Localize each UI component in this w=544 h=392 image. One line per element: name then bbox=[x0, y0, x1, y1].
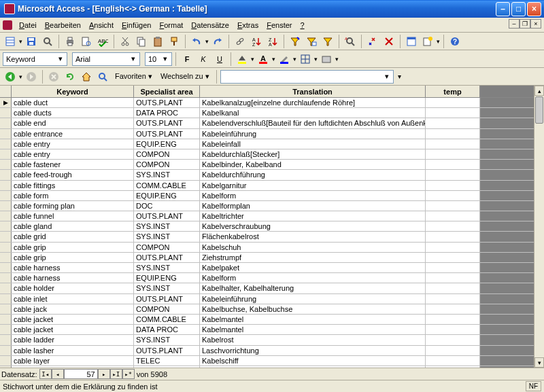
cell-spec[interactable]: OUTS.PLANT bbox=[134, 98, 200, 107]
menu-datensätze[interactable]: Datensätze bbox=[187, 20, 233, 31]
link-button[interactable] bbox=[233, 34, 248, 49]
chevron-down-icon[interactable]: ▾ bbox=[272, 56, 275, 63]
font-color-button[interactable]: A bbox=[256, 52, 271, 67]
table-row[interactable]: cable lasherOUTS.PLANTLaschvorrichtung bbox=[0, 346, 534, 356]
cell-temp[interactable] bbox=[426, 335, 480, 344]
menu-?[interactable]: ? bbox=[296, 20, 308, 31]
cell-spec[interactable]: COMPON bbox=[134, 149, 200, 159]
new-record-button[interactable]: ▸* bbox=[122, 369, 135, 379]
mdi-restore-button[interactable]: ❐ bbox=[520, 19, 530, 29]
cell-trans[interactable]: Kabeleinführung bbox=[200, 129, 426, 139]
cell-temp[interactable] bbox=[426, 108, 480, 118]
row-selector[interactable] bbox=[0, 294, 12, 304]
cell-trans[interactable]: Kabeleinführung bbox=[200, 294, 426, 304]
cell-spec[interactable]: EQUIP.ENG bbox=[134, 139, 200, 149]
row-selector[interactable] bbox=[0, 232, 12, 241]
cell-keyword[interactable]: cable layer bbox=[12, 356, 134, 366]
row-selector[interactable] bbox=[0, 118, 12, 128]
view-datasheet-button[interactable] bbox=[3, 34, 18, 49]
cell-spec[interactable]: COMPON bbox=[134, 243, 200, 252]
redo-button[interactable] bbox=[210, 34, 225, 49]
save-button[interactable] bbox=[24, 34, 39, 49]
scroll-up-button[interactable]: ▴ bbox=[534, 86, 544, 96]
table-row[interactable]: cable gripOUTS.PLANTZiehstrumpf bbox=[0, 253, 534, 263]
find-button[interactable]: A bbox=[343, 34, 358, 49]
line-color-button[interactable] bbox=[277, 52, 292, 67]
row-selector[interactable] bbox=[0, 335, 12, 344]
cell-temp[interactable] bbox=[426, 149, 480, 159]
cell-trans[interactable]: Kabelbinder, Kabelband bbox=[200, 160, 426, 169]
cell-keyword[interactable]: cable gland bbox=[12, 221, 134, 231]
spellcheck-button[interactable]: ABC bbox=[95, 34, 110, 49]
row-selector[interactable]: ▶ bbox=[0, 98, 12, 107]
row-selector[interactable] bbox=[0, 149, 12, 159]
cell-temp[interactable] bbox=[426, 232, 480, 241]
cell-spec[interactable]: COMPON bbox=[134, 160, 200, 169]
table-row[interactable]: cable entryCOMPONKabeldurchlaß[Stecker] bbox=[0, 149, 534, 160]
cell-keyword[interactable]: cable holder bbox=[12, 283, 134, 293]
underline-button[interactable]: U bbox=[212, 52, 227, 67]
cell-trans[interactable]: Kabelkanal bbox=[200, 108, 426, 118]
database-window-button[interactable] bbox=[404, 34, 419, 49]
maximize-button[interactable]: □ bbox=[511, 2, 526, 16]
cell-trans[interactable]: Kabelbuchse, Kabelbuchse bbox=[200, 304, 426, 314]
cell-temp[interactable] bbox=[426, 356, 480, 366]
row-selector[interactable] bbox=[0, 243, 12, 252]
cell-temp[interactable] bbox=[426, 160, 480, 169]
cell-temp[interactable] bbox=[426, 263, 480, 272]
cell-keyword[interactable]: cable grid bbox=[12, 232, 134, 241]
mdi-close-button[interactable]: × bbox=[530, 19, 541, 29]
go-button[interactable]: Wechseln zu ▾ bbox=[157, 69, 213, 84]
chevron-down-icon[interactable]: ▾ bbox=[437, 38, 440, 45]
menu-datei[interactable]: Datei bbox=[15, 20, 41, 31]
cell-spec[interactable]: SYS.INST bbox=[134, 263, 200, 272]
cell-trans[interactable]: Kabelendverschluß[Bauteil für den luftdi… bbox=[200, 118, 426, 128]
table-row[interactable]: cable feed-troughSYS.INSTKabeldurchführu… bbox=[0, 170, 534, 180]
vertical-scrollbar[interactable]: ▴ ▾ bbox=[534, 86, 544, 368]
cell-temp[interactable] bbox=[426, 118, 480, 128]
chevron-down-icon[interactable]: ▾ bbox=[205, 38, 209, 45]
chevron-down-icon[interactable]: ▾ bbox=[335, 56, 339, 63]
cell-temp[interactable] bbox=[426, 273, 480, 283]
scroll-down-button[interactable]: ▾ bbox=[534, 357, 544, 368]
cell-keyword[interactable]: cable feed-trough bbox=[12, 170, 134, 179]
cell-trans[interactable]: Kabelform bbox=[200, 191, 426, 200]
table-row[interactable]: cable jacketCOMM.CABLEKabelmantel bbox=[0, 315, 534, 325]
cell-temp[interactable] bbox=[426, 346, 480, 355]
cell-temp[interactable] bbox=[426, 139, 480, 149]
cell-temp[interactable] bbox=[426, 366, 480, 368]
table-row[interactable]: cable formEQUIP.ENGKabelform bbox=[0, 191, 534, 201]
refresh-button[interactable] bbox=[63, 69, 78, 84]
cell-spec[interactable]: DATA PROC bbox=[134, 108, 200, 118]
menu-bearbeiten[interactable]: Bearbeiten bbox=[41, 20, 85, 31]
chevron-down-icon[interactable]: ▾ bbox=[19, 38, 22, 45]
cell-spec[interactable]: SYS.INST bbox=[134, 283, 200, 293]
print-preview-button[interactable] bbox=[79, 34, 94, 49]
format-painter-button[interactable] bbox=[167, 34, 182, 49]
cut-button[interactable] bbox=[118, 34, 133, 49]
new-record-button[interactable] bbox=[365, 34, 380, 49]
favorites-button[interactable]: Favoriten ▾ bbox=[112, 69, 156, 84]
cell-temp[interactable] bbox=[426, 294, 480, 304]
cell-keyword[interactable]: cable harness bbox=[12, 263, 134, 272]
cell-temp[interactable] bbox=[426, 129, 480, 139]
minimize-button[interactable]: – bbox=[496, 2, 510, 16]
table-row[interactable]: cable inletOUTS.PLANTKabeleinführung bbox=[0, 294, 534, 304]
cell-keyword[interactable]: cable form bbox=[12, 191, 134, 200]
row-selector[interactable] bbox=[0, 325, 12, 334]
cell-keyword[interactable]: cable jacket bbox=[12, 325, 134, 334]
cell-keyword[interactable]: cable ducts bbox=[12, 108, 134, 118]
cell-temp[interactable] bbox=[426, 98, 480, 107]
menu-einfügen[interactable]: Einfügen bbox=[118, 20, 155, 31]
first-record-button[interactable]: I◂ bbox=[39, 369, 52, 379]
filter-toggle-button[interactable] bbox=[320, 34, 335, 49]
object-combo[interactable]: Keyword ▾ bbox=[3, 52, 67, 66]
table-row[interactable]: cable harnessSYS.INSTKabelpaket bbox=[0, 263, 534, 273]
cell-trans[interactable]: Kabelform bbox=[200, 273, 426, 283]
cell-spec[interactable]: DATA PROC bbox=[134, 325, 200, 334]
cell-spec[interactable]: OUTS.PLANT bbox=[134, 211, 200, 221]
table-row[interactable]: cable entranceOUTS.PLANTKabeleinführung bbox=[0, 129, 534, 139]
table-row[interactable]: cable layerTELECKabelschiff bbox=[0, 356, 534, 366]
cell-keyword[interactable]: cable funnel bbox=[12, 211, 134, 221]
table-row[interactable]: cable holderSYS.INSTKabelhalter, Kabelha… bbox=[0, 283, 534, 293]
